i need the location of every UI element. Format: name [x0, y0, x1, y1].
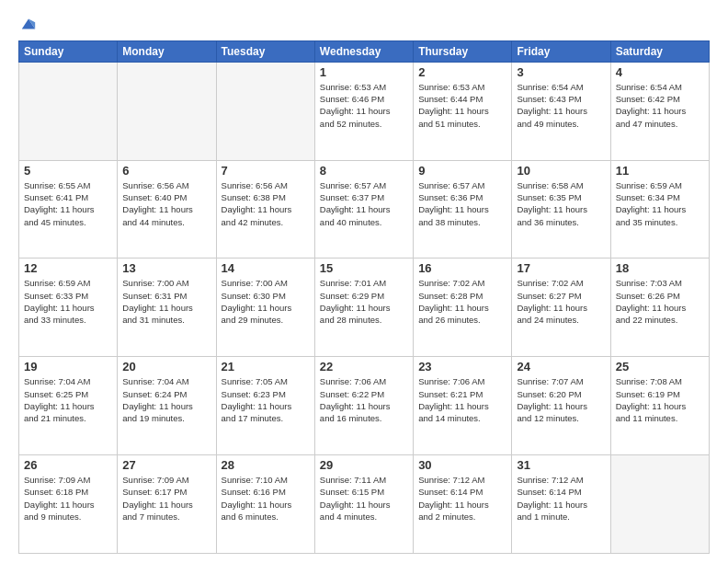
day-number: 23: [418, 360, 506, 373]
calendar-table: SundayMondayTuesdayWednesdayThursdayFrid…: [18, 40, 710, 554]
logo: [18, 15, 37, 33]
calendar-cell: 4Sunrise: 6:54 AM Sunset: 6:42 PM Daylig…: [610, 62, 709, 160]
calendar-cell: 14Sunrise: 7:00 AM Sunset: 6:30 PM Dayli…: [216, 259, 314, 357]
day-number: 27: [122, 458, 210, 472]
page: SundayMondayTuesdayWednesdayThursdayFrid…: [0, 0, 728, 563]
day-number: 25: [616, 360, 704, 373]
weekday-header-monday: Monday: [118, 40, 216, 62]
day-number: 22: [320, 360, 408, 373]
day-number: 8: [320, 164, 408, 178]
day-number: 31: [517, 458, 605, 472]
cell-info: Sunrise: 6:58 AM Sunset: 6:35 PM Dayligh…: [517, 179, 605, 228]
cell-info: Sunrise: 7:01 AM Sunset: 6:29 PM Dayligh…: [320, 277, 408, 326]
calendar-cell: 31Sunrise: 7:12 AM Sunset: 6:14 PM Dayli…: [512, 455, 610, 554]
calendar-cell: 10Sunrise: 6:58 AM Sunset: 6:35 PM Dayli…: [512, 160, 610, 259]
calendar-cell: 28Sunrise: 7:10 AM Sunset: 6:16 PM Dayli…: [216, 455, 314, 554]
calendar-cell: 19Sunrise: 7:04 AM Sunset: 6:25 PM Dayli…: [19, 357, 118, 455]
cell-info: Sunrise: 6:56 AM Sunset: 6:40 PM Dayligh…: [122, 179, 210, 228]
calendar-cell: 25Sunrise: 7:08 AM Sunset: 6:19 PM Dayli…: [610, 357, 709, 455]
day-number: 13: [122, 261, 210, 275]
cell-info: Sunrise: 7:12 AM Sunset: 6:14 PM Dayligh…: [517, 474, 605, 523]
cell-info: Sunrise: 7:10 AM Sunset: 6:16 PM Dayligh…: [222, 474, 310, 523]
day-number: 26: [24, 458, 112, 472]
cell-info: Sunrise: 7:04 AM Sunset: 6:24 PM Dayligh…: [122, 375, 210, 424]
calendar-cell: 20Sunrise: 7:04 AM Sunset: 6:24 PM Dayli…: [118, 357, 216, 455]
weekday-header-tuesday: Tuesday: [216, 40, 314, 62]
day-number: 1: [320, 65, 408, 79]
day-number: 5: [24, 164, 112, 178]
calendar-cell: 1Sunrise: 6:53 AM Sunset: 6:46 PM Daylig…: [314, 62, 413, 160]
cell-info: Sunrise: 7:03 AM Sunset: 6:26 PM Dayligh…: [616, 277, 704, 326]
day-number: 4: [616, 65, 704, 79]
day-number: 12: [24, 261, 112, 275]
day-number: 18: [616, 261, 704, 275]
day-number: 2: [418, 65, 506, 79]
calendar-cell: 24Sunrise: 7:07 AM Sunset: 6:20 PM Dayli…: [512, 357, 610, 455]
day-number: 24: [517, 360, 605, 373]
cell-info: Sunrise: 6:56 AM Sunset: 6:38 PM Dayligh…: [222, 179, 310, 228]
calendar-cell: 3Sunrise: 6:54 AM Sunset: 6:43 PM Daylig…: [512, 62, 610, 160]
cell-info: Sunrise: 7:11 AM Sunset: 6:15 PM Dayligh…: [320, 474, 408, 523]
cell-info: Sunrise: 7:12 AM Sunset: 6:14 PM Dayligh…: [418, 474, 506, 523]
cell-info: Sunrise: 7:00 AM Sunset: 6:31 PM Dayligh…: [122, 277, 210, 326]
day-number: 19: [24, 360, 112, 373]
calendar-cell: [610, 455, 709, 554]
day-number: 15: [320, 261, 408, 275]
calendar-cell: 6Sunrise: 6:56 AM Sunset: 6:40 PM Daylig…: [118, 160, 216, 259]
calendar-cell: 18Sunrise: 7:03 AM Sunset: 6:26 PM Dayli…: [610, 259, 709, 357]
calendar-cell: [118, 62, 216, 160]
day-number: 30: [418, 458, 506, 472]
header: [18, 15, 710, 33]
calendar-cell: 26Sunrise: 7:09 AM Sunset: 6:18 PM Dayli…: [19, 455, 118, 554]
day-number: 29: [320, 458, 408, 472]
day-number: 17: [517, 261, 605, 275]
cell-info: Sunrise: 7:06 AM Sunset: 6:22 PM Dayligh…: [320, 375, 408, 424]
cell-info: Sunrise: 7:04 AM Sunset: 6:25 PM Dayligh…: [24, 375, 112, 424]
day-number: 11: [616, 164, 704, 178]
cell-info: Sunrise: 7:00 AM Sunset: 6:30 PM Dayligh…: [222, 277, 310, 326]
calendar-cell: 22Sunrise: 7:06 AM Sunset: 6:22 PM Dayli…: [314, 357, 413, 455]
calendar-cell: 12Sunrise: 6:59 AM Sunset: 6:33 PM Dayli…: [19, 259, 118, 357]
calendar-cell: 29Sunrise: 7:11 AM Sunset: 6:15 PM Dayli…: [314, 455, 413, 554]
day-number: 16: [418, 261, 506, 275]
calendar-cell: [216, 62, 314, 160]
calendar-cell: 5Sunrise: 6:55 AM Sunset: 6:41 PM Daylig…: [19, 160, 118, 259]
cell-info: Sunrise: 6:54 AM Sunset: 6:43 PM Dayligh…: [517, 81, 605, 130]
day-number: 7: [222, 164, 310, 178]
weekday-header-row: SundayMondayTuesdayWednesdayThursdayFrid…: [19, 40, 710, 62]
calendar-cell: 9Sunrise: 6:57 AM Sunset: 6:36 PM Daylig…: [414, 160, 512, 259]
day-number: 6: [122, 164, 210, 178]
weekday-header-sunday: Sunday: [19, 40, 118, 62]
day-number: 10: [517, 164, 605, 178]
calendar-cell: 7Sunrise: 6:56 AM Sunset: 6:38 PM Daylig…: [216, 160, 314, 259]
calendar-cell: 13Sunrise: 7:00 AM Sunset: 6:31 PM Dayli…: [118, 259, 216, 357]
calendar-cell: [19, 62, 118, 160]
cell-info: Sunrise: 6:59 AM Sunset: 6:33 PM Dayligh…: [24, 277, 112, 326]
cell-info: Sunrise: 7:05 AM Sunset: 6:23 PM Dayligh…: [222, 375, 310, 424]
calendar-cell: 2Sunrise: 6:53 AM Sunset: 6:44 PM Daylig…: [414, 62, 512, 160]
cell-info: Sunrise: 6:57 AM Sunset: 6:36 PM Dayligh…: [418, 179, 506, 228]
calendar-cell: 27Sunrise: 7:09 AM Sunset: 6:17 PM Dayli…: [118, 455, 216, 554]
calendar-cell: 15Sunrise: 7:01 AM Sunset: 6:29 PM Dayli…: [314, 259, 413, 357]
cell-info: Sunrise: 7:07 AM Sunset: 6:20 PM Dayligh…: [517, 375, 605, 424]
calendar-cell: 16Sunrise: 7:02 AM Sunset: 6:28 PM Dayli…: [414, 259, 512, 357]
calendar-cell: 11Sunrise: 6:59 AM Sunset: 6:34 PM Dayli…: [610, 160, 709, 259]
cell-info: Sunrise: 6:57 AM Sunset: 6:37 PM Dayligh…: [320, 179, 408, 228]
weekday-header-thursday: Thursday: [414, 40, 512, 62]
cell-info: Sunrise: 7:02 AM Sunset: 6:28 PM Dayligh…: [418, 277, 506, 326]
week-row-3: 12Sunrise: 6:59 AM Sunset: 6:33 PM Dayli…: [19, 259, 710, 357]
weekday-header-wednesday: Wednesday: [314, 40, 413, 62]
cell-info: Sunrise: 7:02 AM Sunset: 6:27 PM Dayligh…: [517, 277, 605, 326]
weekday-header-saturday: Saturday: [610, 40, 709, 62]
week-row-1: 1Sunrise: 6:53 AM Sunset: 6:46 PM Daylig…: [19, 62, 710, 160]
day-number: 9: [418, 164, 506, 178]
day-number: 21: [222, 360, 310, 373]
week-row-4: 19Sunrise: 7:04 AM Sunset: 6:25 PM Dayli…: [19, 357, 710, 455]
day-number: 20: [122, 360, 210, 373]
calendar-cell: 17Sunrise: 7:02 AM Sunset: 6:27 PM Dayli…: [512, 259, 610, 357]
calendar-cell: 23Sunrise: 7:06 AM Sunset: 6:21 PM Dayli…: [414, 357, 512, 455]
week-row-5: 26Sunrise: 7:09 AM Sunset: 6:18 PM Dayli…: [19, 455, 710, 554]
cell-info: Sunrise: 6:59 AM Sunset: 6:34 PM Dayligh…: [616, 179, 704, 228]
calendar-cell: 21Sunrise: 7:05 AM Sunset: 6:23 PM Dayli…: [216, 357, 314, 455]
calendar-cell: 8Sunrise: 6:57 AM Sunset: 6:37 PM Daylig…: [314, 160, 413, 259]
